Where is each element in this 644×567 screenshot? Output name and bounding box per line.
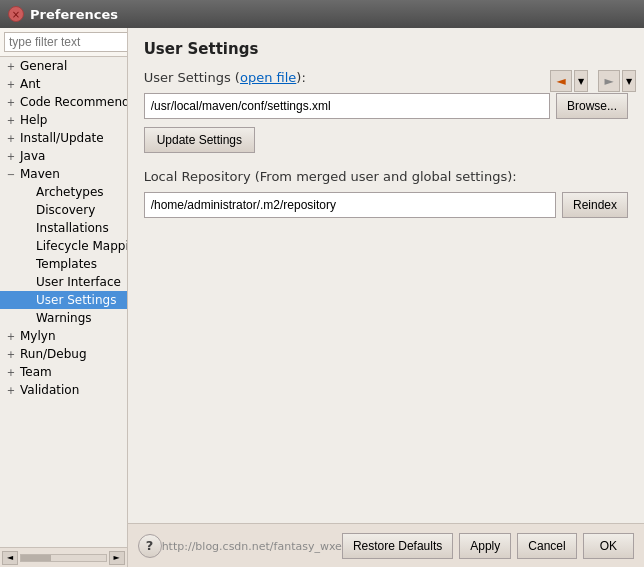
tree-item-ant[interactable]: +Ant: [0, 75, 127, 93]
content-area: User Settings User Settings (open file):…: [128, 28, 644, 523]
user-settings-input[interactable]: [144, 93, 550, 119]
expand-icon-maven: −: [4, 167, 18, 181]
tree-item-label-ant: Ant: [18, 77, 41, 91]
tree-item-label-code-recommenders: Code Recommende...: [18, 95, 127, 109]
cancel-button[interactable]: Cancel: [517, 533, 576, 559]
expand-icon-lifecycle-mapping: [20, 239, 34, 253]
tree-item-general[interactable]: +General: [0, 57, 127, 75]
tree-item-label-general: General: [18, 59, 67, 73]
expand-icon-discovery: [20, 203, 34, 217]
scroll-thumb: [21, 555, 51, 561]
expand-icon-help: +: [4, 113, 18, 127]
back-button[interactable]: ◄: [550, 70, 572, 92]
tree-item-help[interactable]: +Help: [0, 111, 127, 129]
expand-icon-archetypes: [20, 185, 34, 199]
scroll-track[interactable]: [20, 554, 107, 562]
tree-item-label-validation: Validation: [18, 383, 79, 397]
tree-item-mylyn[interactable]: +Mylyn: [0, 327, 127, 345]
main-container: 🔍 +General+Ant+Code Recommende...+Help+I…: [0, 28, 644, 567]
local-repo-input[interactable]: [144, 192, 556, 218]
local-repo-label: Local Repository (From merged user and g…: [144, 169, 628, 184]
tree-item-user-settings[interactable]: User Settings: [0, 291, 127, 309]
tree-item-label-maven: Maven: [18, 167, 60, 181]
tree-item-label-installations: Installations: [34, 221, 109, 235]
nav-arrows: ◄ ▼ ► ▼: [550, 70, 636, 92]
tree-item-label-discovery: Discovery: [34, 203, 95, 217]
expand-icon-team: +: [4, 365, 18, 379]
tree-item-maven[interactable]: −Maven: [0, 165, 127, 183]
tree-item-label-help: Help: [18, 113, 47, 127]
tree-item-install-update[interactable]: +Install/Update: [0, 129, 127, 147]
forward-button[interactable]: ►: [598, 70, 620, 92]
tree-item-label-templates: Templates: [34, 257, 97, 271]
tree-item-label-archetypes: Archetypes: [34, 185, 104, 199]
forward-dropdown-button[interactable]: ▼: [622, 70, 636, 92]
tree-item-user-interface[interactable]: User Interface: [0, 273, 127, 291]
right-panel: ◄ ▼ ► ▼ User Settings User Settings (ope…: [128, 28, 644, 567]
local-repo-input-row: Reindex: [144, 192, 628, 218]
tree-item-lifecycle-mapping[interactable]: Lifecycle Mappi...: [0, 237, 127, 255]
tree-item-label-team: Team: [18, 365, 52, 379]
tree-item-label-install-update: Install/Update: [18, 131, 104, 145]
update-settings-button[interactable]: Update Settings: [144, 127, 255, 153]
window-title: Preferences: [30, 7, 118, 22]
expand-icon-ant: +: [4, 77, 18, 91]
filter-bar: 🔍: [0, 28, 127, 57]
expand-icon-user-interface: [20, 275, 34, 289]
user-settings-text: User Settings (: [144, 70, 240, 85]
title-bar: × Preferences: [0, 0, 644, 28]
tree-item-label-lifecycle-mapping: Lifecycle Mappi...: [34, 239, 127, 253]
tree-item-warnings[interactable]: Warnings: [0, 309, 127, 327]
help-button[interactable]: ?: [138, 534, 162, 558]
apply-button[interactable]: Apply: [459, 533, 511, 559]
expand-icon-code-recommenders: +: [4, 95, 18, 109]
tree-item-run-debug[interactable]: +Run/Debug: [0, 345, 127, 363]
tree-item-team[interactable]: +Team: [0, 363, 127, 381]
open-file-link[interactable]: open file: [240, 70, 296, 85]
expand-icon-run-debug: +: [4, 347, 18, 361]
restore-defaults-button[interactable]: Restore Defaults: [342, 533, 453, 559]
close-button[interactable]: ×: [8, 6, 24, 22]
tree-item-label-run-debug: Run/Debug: [18, 347, 87, 361]
expand-icon-templates: [20, 257, 34, 271]
expand-icon-installations: [20, 221, 34, 235]
tree-item-archetypes[interactable]: Archetypes: [0, 183, 127, 201]
scroll-right-button[interactable]: ►: [109, 551, 125, 565]
tree-item-templates[interactable]: Templates: [0, 255, 127, 273]
expand-icon-general: +: [4, 59, 18, 73]
bottom-right: Restore Defaults Apply Cancel OK: [342, 533, 634, 559]
tree-container[interactable]: +General+Ant+Code Recommende...+Help+Ins…: [0, 57, 127, 547]
ok-button[interactable]: OK: [583, 533, 634, 559]
bottom-left: ?: [138, 534, 162, 558]
expand-icon-warnings: [20, 311, 34, 325]
tree-item-label-user-settings: User Settings: [34, 293, 116, 307]
expand-icon-java: +: [4, 149, 18, 163]
colon-text: ):: [296, 70, 305, 85]
tree-item-label-java: Java: [18, 149, 45, 163]
reindex-button[interactable]: Reindex: [562, 192, 628, 218]
back-dropdown-button[interactable]: ▼: [574, 70, 588, 92]
tree-item-code-recommenders[interactable]: +Code Recommende...: [0, 93, 127, 111]
expand-icon-validation: +: [4, 383, 18, 397]
user-settings-input-row: Browse...: [144, 93, 628, 119]
left-panel: 🔍 +General+Ant+Code Recommende...+Help+I…: [0, 28, 128, 567]
tree-item-label-user-interface: User Interface: [34, 275, 121, 289]
bottom-bar: ? http://blog.csdn.net/fantasy_wxe Resto…: [128, 523, 644, 567]
filter-input[interactable]: [4, 32, 128, 52]
tree-item-discovery[interactable]: Discovery: [0, 201, 127, 219]
expand-icon-install-update: +: [4, 131, 18, 145]
tree-item-label-mylyn: Mylyn: [18, 329, 56, 343]
tree-item-label-warnings: Warnings: [34, 311, 92, 325]
scroll-left-button[interactable]: ◄: [2, 551, 18, 565]
tree-item-validation[interactable]: +Validation: [0, 381, 127, 399]
expand-icon-user-settings: [20, 293, 34, 307]
browse-button[interactable]: Browse...: [556, 93, 628, 119]
scroll-buttons: ◄ ►: [0, 547, 127, 567]
tree-item-java[interactable]: +Java: [0, 147, 127, 165]
tree-item-installations[interactable]: Installations: [0, 219, 127, 237]
expand-icon-mylyn: +: [4, 329, 18, 343]
page-title: User Settings: [144, 40, 628, 58]
url-label: http://blog.csdn.net/fantasy_wxe: [162, 540, 342, 553]
